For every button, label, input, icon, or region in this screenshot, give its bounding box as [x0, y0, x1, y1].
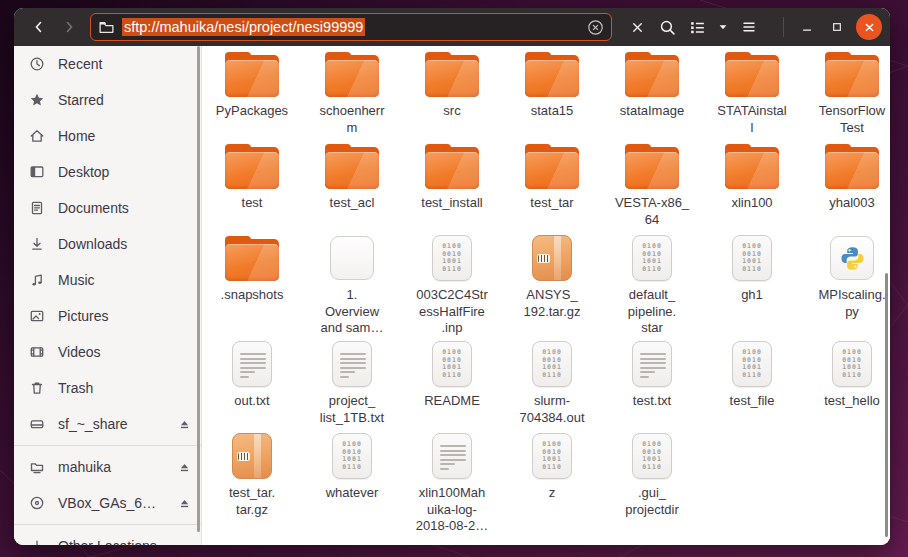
file-item[interactable]: ANSYS_ 192.tar.gz	[502, 232, 602, 338]
sidebar-item-trash[interactable]: Trash	[14, 370, 201, 406]
sidebar-item-documents[interactable]: Documents	[14, 190, 201, 226]
sidebar-scrollbar[interactable]	[197, 46, 200, 532]
eject-icon[interactable]	[178, 418, 191, 431]
sidebar-item-home[interactable]: Home	[14, 118, 201, 154]
file-item[interactable]: 0100001010010110slurm- 704384.out	[502, 338, 602, 430]
file-item[interactable]: src	[402, 48, 502, 140]
eject-icon[interactable]	[178, 461, 191, 474]
menu-button[interactable]	[734, 13, 764, 41]
file-item[interactable]: test_tar	[502, 140, 602, 232]
file-item[interactable]: PyPackages	[202, 48, 302, 140]
file-label: TensorFlow Test	[819, 103, 885, 136]
content-scrollbar[interactable]	[885, 273, 888, 537]
sidebar-item-mahuika[interactable]: mahuika	[14, 449, 201, 485]
sidebar-item-vbox-gas[interactable]: VBox_GAs_6…	[14, 485, 201, 521]
file-item[interactable]: VESTA-x86_ 64	[602, 140, 702, 232]
forward-button[interactable]	[54, 13, 84, 41]
sidebar-item-label: mahuika	[58, 459, 111, 475]
file-label: test_file	[730, 393, 775, 410]
cancel-button[interactable]	[622, 13, 652, 41]
file-item[interactable]: .snapshots	[202, 232, 302, 338]
search-button[interactable]	[652, 13, 682, 41]
folder-icon	[525, 140, 579, 192]
file-label: ANSYS_ 192.tar.gz	[523, 287, 580, 320]
disc-icon	[29, 495, 45, 511]
sidebar-item-sf-share[interactable]: sf_~_share	[14, 406, 201, 442]
file-label: stataImage	[620, 103, 684, 120]
file-item[interactable]: 0100001010010110.gui_ projectdir	[602, 430, 702, 542]
file-label: xlin100Mah uika-log- 2018-08-2…	[416, 485, 488, 535]
file-item[interactable]: STATAinstal l	[702, 48, 802, 140]
text-file-icon	[232, 338, 272, 390]
clear-address-button[interactable]	[587, 19, 604, 36]
file-label: test_install	[421, 195, 482, 212]
file-item[interactable]: project_ list_1TB.txt	[302, 338, 402, 430]
sidebar: RecentStarredHomeDesktopDocumentsDownloa…	[14, 46, 202, 545]
file-item[interactable]: stata15	[502, 48, 602, 140]
file-item[interactable]: 0100001010010110z	[502, 430, 602, 542]
view-options-button[interactable]	[712, 13, 734, 41]
files-window: sftp://mahuika/nesi/project/nesi99999	[14, 8, 890, 545]
file-item[interactable]: 0100001010010110README	[402, 338, 502, 430]
headerbar: sftp://mahuika/nesi/project/nesi99999	[14, 8, 890, 46]
file-item[interactable]: 0100001010010110gh1	[702, 232, 802, 338]
file-item[interactable]: test_acl	[302, 140, 402, 232]
eject-icon[interactable]	[178, 497, 191, 510]
file-item[interactable]: 0100001010010110test_hello	[802, 338, 890, 430]
sidebar-item-starred[interactable]: Starred	[14, 82, 201, 118]
file-item[interactable]: TensorFlow Test	[802, 48, 890, 140]
view-toggle-button[interactable]	[682, 13, 712, 41]
file-item[interactable]: 0100001010010110whatever	[302, 430, 402, 542]
address-bar[interactable]: sftp://mahuika/nesi/project/nesi99999	[90, 13, 612, 41]
file-item[interactable]: xlin100Mah uika-log- 2018-08-2…	[402, 430, 502, 542]
file-label: test	[242, 195, 263, 212]
file-item[interactable]: test_install	[402, 140, 502, 232]
minimize-button[interactable]	[792, 13, 822, 41]
file-label: default_ pipeline. star	[628, 287, 676, 337]
back-button[interactable]	[24, 13, 54, 41]
sidebar-item-recent[interactable]: Recent	[14, 46, 201, 82]
sidebar-item-desktop[interactable]: Desktop	[14, 154, 201, 190]
hamburger-menu-icon	[741, 19, 757, 35]
file-item[interactable]: xlin100	[702, 140, 802, 232]
sidebar-item-label: Recent	[58, 56, 102, 72]
file-label: schoenherr m	[319, 103, 384, 136]
file-item[interactable]: yhal003	[802, 140, 890, 232]
archive-file-icon	[232, 430, 272, 482]
file-label: yhal003	[829, 195, 875, 212]
binary-file-icon: 0100001010010110	[832, 338, 872, 390]
close-window-x-icon	[863, 21, 876, 34]
folder-icon	[825, 48, 879, 100]
sidebar-item-label: Home	[58, 128, 95, 144]
sidebar-item-downloads[interactable]: Downloads	[14, 226, 201, 262]
sidebar-separator	[14, 445, 201, 446]
file-item[interactable]: test_tar. tar.gz	[202, 430, 302, 542]
file-label: PyPackages	[216, 103, 288, 120]
close-window-button[interactable]	[856, 14, 882, 40]
sidebar-item-videos[interactable]: Videos	[14, 334, 201, 370]
file-item[interactable]: test	[202, 140, 302, 232]
file-item[interactable]: MPIscaling. py	[802, 232, 890, 338]
file-pane[interactable]: PyPackagesschoenherr msrcstata15stataIma…	[202, 46, 890, 545]
file-label: .snapshots	[221, 287, 284, 304]
sidebar-item-pictures[interactable]: Pictures	[14, 298, 201, 334]
file-item[interactable]: stataImage	[602, 48, 702, 140]
file-item[interactable]: 1. Overview and sam…	[302, 232, 402, 338]
sidebar-item-music[interactable]: Music	[14, 262, 201, 298]
folder-icon	[225, 140, 279, 192]
file-item[interactable]: 0100001010010110003C2C4Str essHalfFire .…	[402, 232, 502, 338]
maximize-button[interactable]	[822, 13, 852, 41]
folder-icon	[725, 140, 779, 192]
sidebar-item-other-locations[interactable]: Other Locations	[14, 528, 201, 545]
back-chevron-icon	[31, 19, 47, 35]
file-label: project_ list_1TB.txt	[320, 393, 384, 426]
folder-icon	[425, 140, 479, 192]
file-item[interactable]: test.txt	[602, 338, 702, 430]
file-item[interactable]: schoenherr m	[302, 48, 402, 140]
file-item[interactable]: 0100001010010110test_file	[702, 338, 802, 430]
folder-icon	[325, 48, 379, 100]
music-icon	[29, 272, 45, 288]
file-item[interactable]: out.txt	[202, 338, 302, 430]
file-item[interactable]: 0100001010010110default_ pipeline. star	[602, 232, 702, 338]
file-label: test_tar	[530, 195, 573, 212]
